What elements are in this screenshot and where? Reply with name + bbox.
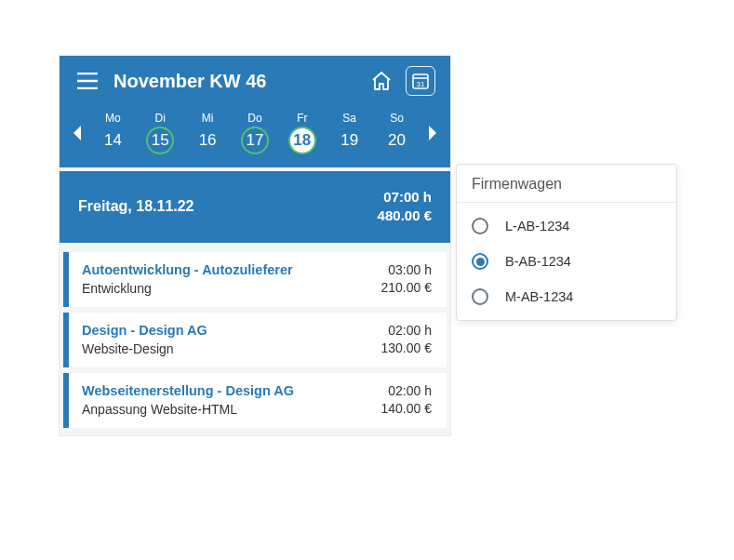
entry-row[interactable]: Design - Design AGWebsite-Design02:00 h1…: [63, 313, 447, 367]
radio-icon: [472, 218, 488, 234]
home-icon: [371, 72, 392, 90]
chevron-left-icon: [71, 124, 84, 142]
entry-subtitle: Anpassung Website-HTML: [82, 402, 381, 417]
header: November KW 46 31 Mo14Di15Mi16Do17Fr18Sa…: [60, 56, 450, 167]
day-number: 14: [99, 127, 127, 154]
day-dow: So: [376, 112, 417, 125]
entry-subtitle: Entwicklung: [82, 281, 381, 296]
page-title: November KW 46: [113, 71, 367, 92]
day-number: 19: [336, 127, 364, 154]
day-cell-di[interactable]: Di15: [140, 112, 180, 154]
popover-title: Firmenwagen: [457, 165, 676, 203]
entry-amount: 130.00 €: [381, 340, 433, 358]
vehicle-option[interactable]: L-AB-1234: [457, 208, 676, 244]
vehicle-option[interactable]: B-AB-1234: [457, 244, 676, 279]
chevron-right-icon: [426, 124, 439, 142]
entry-left: Autoentwicklung - AutozuliefererEntwickl…: [82, 262, 381, 296]
entry-row[interactable]: Autoentwicklung - AutozuliefererEntwickl…: [63, 252, 447, 307]
day-number: 18: [288, 127, 316, 154]
vehicle-option-label: B-AB-1234: [505, 254, 571, 269]
week-navigator: Mo14Di15Mi16Do17Fr18Sa19So20: [60, 106, 450, 167]
summary-date: Freitag, 18.11.22: [78, 198, 378, 215]
entry-hours: 03:00 h: [381, 261, 433, 280]
day-cell-mo[interactable]: Mo14: [92, 112, 133, 154]
entry-title: Design - Design AG: [82, 323, 381, 338]
entry-amount: 210.00 €: [381, 279, 433, 298]
entry-left: Webseitenerstellung - Design AGAnpassung…: [82, 383, 381, 417]
vehicle-popover: Firmenwagen L-AB-1234B-AB-1234M-AB-1234: [456, 164, 677, 321]
summary-totals: 07:00 h 480.00 €: [378, 188, 432, 226]
day-dow: Fr: [282, 112, 323, 125]
entry-right: 02:00 h130.00 €: [381, 322, 433, 358]
entry-right: 02:00 h140.00 €: [381, 382, 433, 419]
vehicle-option-label: L-AB-1234: [505, 219, 569, 233]
calendar-button[interactable]: 31: [406, 66, 435, 96]
day-summary: Freitag, 18.11.22 07:00 h 480.00 €: [60, 171, 450, 243]
entry-title: Autoentwicklung - Autozulieferer: [82, 262, 381, 277]
day-number: 17: [241, 127, 269, 154]
day-cell-do[interactable]: Do17: [234, 112, 275, 154]
day-number: 16: [194, 127, 221, 154]
time-tracking-panel: November KW 46 31 Mo14Di15Mi16Do17Fr18Sa…: [60, 56, 450, 435]
entry-amount: 140.00 €: [381, 400, 433, 419]
entry-row[interactable]: Webseitenerstellung - Design AGAnpassung…: [63, 373, 447, 428]
day-number: 20: [382, 127, 410, 154]
prev-week-button[interactable]: [65, 124, 89, 142]
day-cell-fr[interactable]: Fr18: [282, 112, 323, 154]
radio-icon: [472, 253, 488, 270]
summary-amount: 480.00 €: [378, 207, 432, 225]
vehicle-options: L-AB-1234B-AB-1234M-AB-1234: [457, 203, 676, 320]
entry-right: 03:00 h210.00 €: [381, 261, 433, 298]
day-dow: Di: [140, 112, 180, 125]
entries-list: Autoentwicklung - AutozuliefererEntwickl…: [60, 243, 450, 436]
radio-icon: [472, 288, 488, 305]
summary-hours: 07:00 h: [378, 188, 432, 207]
day-dow: Do: [234, 112, 275, 125]
entry-title: Webseitenerstellung - Design AG: [82, 383, 381, 398]
day-cell-so[interactable]: So20: [376, 112, 417, 154]
vehicle-option[interactable]: M-AB-1234: [457, 279, 676, 314]
vehicle-option-label: M-AB-1234: [505, 289, 573, 304]
day-number: 15: [146, 127, 174, 154]
entry-hours: 02:00 h: [381, 382, 433, 401]
entry-subtitle: Website-Design: [82, 341, 381, 356]
svg-text:31: 31: [417, 80, 425, 88]
hamburger-icon: [77, 73, 98, 89]
day-cell-sa[interactable]: Sa19: [329, 112, 370, 154]
home-button[interactable]: [367, 66, 396, 96]
days-row: Mo14Di15Mi16Do17Fr18Sa19So20: [89, 112, 420, 154]
day-cell-mi[interactable]: Mi16: [187, 112, 228, 154]
day-dow: Mo: [92, 112, 133, 125]
menu-button[interactable]: [74, 73, 100, 89]
entry-hours: 02:00 h: [381, 322, 433, 340]
next-week-button[interactable]: [420, 124, 445, 142]
entry-left: Design - Design AGWebsite-Design: [82, 323, 381, 356]
titlebar: November KW 46 31: [60, 56, 450, 106]
day-dow: Mi: [187, 112, 228, 125]
day-dow: Sa: [329, 112, 370, 125]
calendar-icon: 31: [411, 72, 430, 90]
